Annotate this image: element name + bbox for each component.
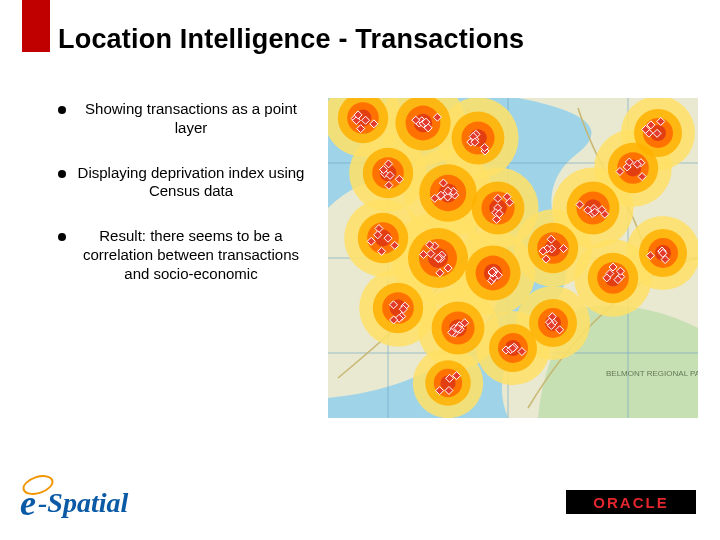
map-image: BELMONT REGIONAL PARK: [328, 98, 698, 418]
bullet-text: Displaying deprivation index using Censu…: [76, 164, 306, 202]
logo-espatial-text: -Spatial: [38, 487, 128, 519]
accent-bar: [22, 0, 50, 52]
slide: Location Intelligence - Transactions Sho…: [0, 0, 720, 540]
bullet-item: Showing transactions as a point layer: [58, 100, 318, 138]
logo-espatial: e -Spatial: [20, 482, 128, 524]
bullet-dot-icon: [58, 233, 66, 241]
map-svg: BELMONT REGIONAL PARK: [328, 98, 698, 418]
bullet-item: Displaying deprivation index using Censu…: [58, 164, 318, 202]
bullet-text: Showing transactions as a point layer: [76, 100, 306, 138]
bullet-dot-icon: [58, 170, 66, 178]
map-park-label: BELMONT REGIONAL PARK: [606, 369, 698, 378]
logo-oracle: ORACLE: [566, 490, 696, 514]
bullet-dot-icon: [58, 106, 66, 114]
slide-title: Location Intelligence - Transactions: [58, 24, 524, 55]
bullet-list: Showing transactions as a point layer Di…: [58, 100, 318, 309]
footer: e -Spatial ORACLE: [0, 476, 720, 526]
logo-espatial-e: e: [20, 482, 36, 524]
bullet-item: Result: there seems to be a correlation …: [58, 227, 318, 283]
bullet-text: Result: there seems to be a correlation …: [76, 227, 306, 283]
logo-oracle-text: ORACLE: [593, 494, 668, 511]
